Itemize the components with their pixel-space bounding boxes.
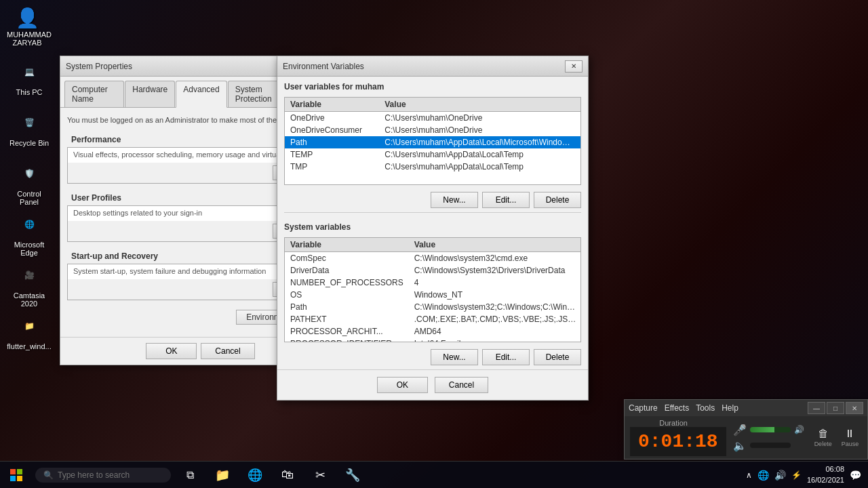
camtasia-win-controls: — □ ✕ [808, 402, 863, 414]
env-cancel-btn[interactable]: Cancel [435, 377, 488, 393]
camtasia-delete-btn[interactable]: 🗑 Delete [811, 426, 835, 449]
desktop-icon-this-pc[interactable]: 💻 This PC [5, 56, 53, 99]
sys-var-row[interactable]: ComSpecC:\Windows\system32\cmd.exe [285, 252, 581, 265]
file-explorer-icon: 📁 [215, 468, 230, 483]
start-button[interactable] [0, 462, 33, 489]
user-new-btn[interactable]: New... [431, 192, 478, 208]
user-var-variable-cell: OneDriveConsumer [285, 124, 379, 136]
taskbar-clock[interactable]: 06:08 16/02/2021 [807, 464, 844, 485]
mic-level-fill [750, 427, 774, 432]
volume-icon[interactable]: 🔊 [774, 470, 786, 481]
camtasia-pause-btn[interactable]: ⏸ Pause [838, 426, 863, 449]
user-var-variable-cell: Path [285, 136, 379, 148]
this-pc-label: This PC [16, 88, 42, 96]
speaker-icon: 🔈 [733, 439, 747, 452]
file-explorer-btn[interactable]: 📁 [206, 462, 239, 489]
desktop-icon-recycle-bin[interactable]: 🗑️ Recycle Bin [5, 106, 53, 150]
user-var-value-cell: C:\Users\muham\OneDrive [379, 112, 580, 125]
camtasia-controls: Duration 0:01:18 🎤 🔊 🔈 🗑 [625, 416, 867, 459]
camtasia-menu-capture[interactable]: Capture [629, 403, 658, 413]
taskbar-system-area: ∧ 🌐 🔊 ⚡ 06:08 16/02/2021 💬 [739, 464, 868, 485]
task-view-btn[interactable]: ⧉ [174, 462, 206, 489]
control-panel-icon: 🛡️ [16, 160, 43, 187]
edge-taskbar-icon: 🌐 [248, 468, 262, 483]
sys-vars-table: Variable Value ComSpecC:\Windows\system3… [285, 238, 581, 342]
sys-vars-table-container: Variable Value ComSpecC:\Windows\system3… [284, 237, 581, 342]
edge-taskbar-btn[interactable]: 🌐 [239, 462, 271, 489]
notification-btn[interactable]: 💬 [850, 470, 861, 481]
sys-var-value-cell: 4 [409, 277, 581, 289]
mic-volume-icon: 🔊 [794, 425, 804, 434]
camtasia-icon: 🎥 [16, 262, 43, 289]
camtasia-speaker-row: 🔈 [733, 439, 804, 452]
extra-app-btn[interactable]: 🔧 [336, 462, 369, 489]
taskbar-search[interactable]: 🔍 [35, 468, 171, 483]
user-vars-title: User variables for muham [277, 77, 588, 94]
user-var-value-cell: C:\Users\muham\OneDrive [379, 124, 580, 136]
env-ok-btn[interactable]: OK [377, 377, 428, 393]
battery-icon[interactable]: ⚡ [791, 470, 802, 480]
svg-rect-0 [10, 469, 16, 474]
sys-props-cancel-btn[interactable]: Cancel [201, 343, 254, 359]
sys-var-variable-cell: ComSpec [285, 252, 409, 265]
user-var-row[interactable]: PathC:\Users\muham\AppData\Local\Microso… [285, 136, 580, 148]
camtasia-action-icons: 🗑 Delete ⏸ Pause ⏹ Stop [811, 426, 868, 449]
sys-var-row[interactable]: PathC:\Windows\system32;C:\Windows;C:\Wi… [285, 301, 581, 313]
sys-new-btn[interactable]: New... [431, 349, 478, 365]
sys-props-ok-btn[interactable]: OK [146, 343, 197, 359]
sys-var-row[interactable]: PROCESSOR_ARCHIT...AMD64 [285, 325, 581, 338]
search-input[interactable] [58, 470, 163, 480]
flutter-icon: 📁 [16, 312, 43, 340]
sys-var-row[interactable]: PROCESSOR_IDENTIFIERIntel64 Family... [285, 338, 581, 342]
user-var-row[interactable]: OneDriveC:\Users\muham\OneDrive [285, 112, 580, 125]
user-var-col-value: Value [379, 98, 580, 112]
desktop-icon-camtasia[interactable]: 🎥 Camtasia 2020 [5, 259, 53, 310]
camtasia-menu-help[interactable]: Help [722, 403, 738, 413]
desktop-icon-flutter[interactable]: 📁 flutter_wind... [5, 310, 53, 353]
windows-logo-icon [10, 469, 22, 481]
desktop-icon-control-panel[interactable]: 🛡️ Control Panel [5, 157, 53, 209]
user-var-col-variable: Variable [285, 98, 379, 112]
desktop: 👤 MUHAMMAD ZARYAB 💻 This PC 🗑️ Recycle B… [0, 0, 868, 488]
camtasia-menu-tools[interactable]: Tools [696, 403, 715, 413]
user-var-variable-cell: TMP [285, 161, 379, 173]
user-var-variable-cell: TEMP [285, 148, 379, 161]
system-tray-expand[interactable]: ∧ [746, 470, 752, 480]
sys-var-variable-cell: NUMBER_OF_PROCESSORS [285, 277, 409, 289]
sys-delete-btn[interactable]: Delete [534, 349, 581, 365]
sys-var-row[interactable]: DriverDataC:\Windows\System32\Drivers\Dr… [285, 264, 581, 277]
camtasia-maximize-btn[interactable]: □ [827, 402, 844, 414]
sys-var-col-variable: Variable [285, 238, 409, 252]
user-var-value-cell: C:\Users\muham\AppData\Local\Temp [379, 161, 580, 173]
sys-var-row[interactable]: OSWindows_NT [285, 289, 581, 301]
camtasia-menu-effects[interactable]: Effects [665, 403, 689, 413]
tab-computer-name[interactable]: Computer Name [64, 81, 124, 107]
tab-hardware[interactable]: Hardware [125, 81, 175, 107]
env-variables-window: Environment Variables ✕ User variables f… [277, 56, 589, 401]
tab-advanced[interactable]: Advanced [176, 81, 226, 108]
camtasia-close-btn[interactable]: ✕ [846, 402, 863, 414]
user-delete-btn[interactable]: Delete [534, 192, 581, 208]
ms-edge-icon: 🌐 [16, 211, 43, 238]
env-window-titlebar: Environment Variables ✕ [277, 56, 588, 77]
user-edit-btn[interactable]: Edit... [482, 192, 530, 208]
env-bottom-row: OK Cancel [277, 369, 588, 400]
env-window-close-btn[interactable]: ✕ [565, 60, 583, 73]
username-line2: ZARYAB [7, 39, 47, 47]
recycle-bin-label: Recycle Bin [9, 139, 49, 147]
user-var-row[interactable]: OneDriveConsumerC:\Users\muham\OneDrive [285, 124, 580, 136]
camtasia-minimize-btn[interactable]: — [808, 402, 825, 414]
sys-var-row[interactable]: NUMBER_OF_PROCESSORS4 [285, 277, 581, 289]
sys-edit-btn[interactable]: Edit... [482, 349, 530, 365]
store-icon: 🛍 [281, 468, 294, 482]
camtasia-titlebar: Capture Effects Tools Help — □ ✕ [625, 400, 867, 416]
sys-var-row[interactable]: PATHEXT.COM;.EXE;.BAT;.CMD;.VBS;.VBE;.JS… [285, 313, 581, 325]
user-var-row[interactable]: TEMPC:\Users\muham\AppData\Local\Temp [285, 148, 580, 161]
snipping-tool-btn[interactable]: ✂ [304, 462, 336, 489]
svg-rect-1 [17, 469, 22, 474]
store-btn[interactable]: 🛍 [271, 462, 304, 489]
user-var-row[interactable]: TMPC:\Users\muham\AppData\Local\Temp [285, 161, 580, 173]
camtasia-stop-btn[interactable]: ⏹ Stop [865, 426, 868, 449]
desktop-icon-ms-edge[interactable]: 🌐 Microsoft Edge [5, 208, 53, 260]
network-icon[interactable]: 🌐 [757, 470, 769, 481]
